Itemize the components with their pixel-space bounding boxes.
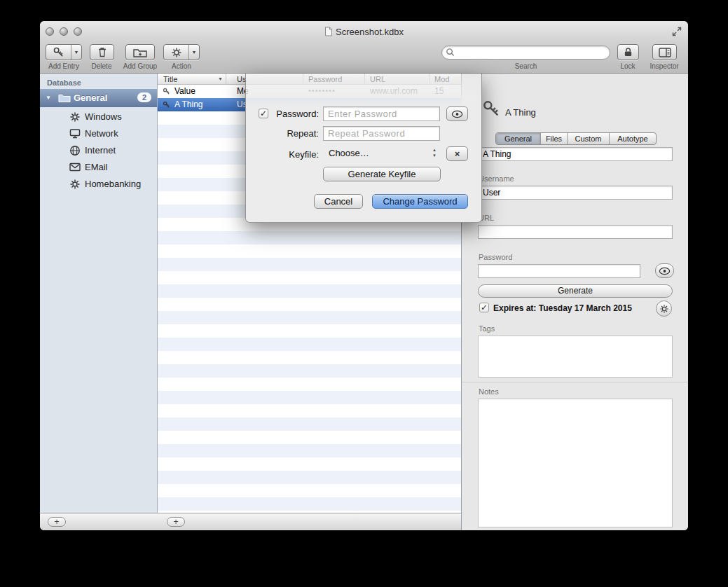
expires-checkbox[interactable]: ✓ <box>479 303 489 312</box>
keyfile-popup-value: Choose… <box>329 148 369 158</box>
sidebar-item-label: Windows <box>85 111 122 122</box>
sheet-reveal-password-button[interactable] <box>446 106 468 121</box>
lock-label: Lock <box>607 62 649 70</box>
key-icon <box>46 45 71 60</box>
sidebar: Database ▼ General 2 Windows Network Int… <box>40 74 158 513</box>
sheet-repeat-label: Repeat: <box>253 127 319 141</box>
sidebar-item-label: EMail <box>85 162 108 172</box>
cell-title: A Thing <box>174 99 202 109</box>
gear-icon <box>69 111 81 125</box>
add-group-button[interactable] <box>125 44 155 60</box>
reveal-password-button[interactable] <box>655 263 674 278</box>
gear-icon <box>69 179 81 193</box>
tab-general[interactable]: General <box>496 133 541 144</box>
envelope-icon <box>69 162 81 174</box>
notes-label: Notes <box>479 387 499 396</box>
document-icon <box>324 27 333 36</box>
section-divider <box>462 382 688 382</box>
folder-icon <box>58 92 71 106</box>
column-header-title[interactable]: Title <box>163 75 177 83</box>
sheet-repeat-input[interactable] <box>323 126 440 141</box>
url-field[interactable] <box>478 225 673 239</box>
cancel-button[interactable]: Cancel <box>314 194 363 209</box>
inspector-label: Inspector <box>643 62 685 70</box>
search-input[interactable] <box>441 46 610 60</box>
stepper-icon: ▲▼ <box>430 147 439 158</box>
search-label: Search <box>441 62 610 70</box>
display-icon <box>69 128 81 141</box>
sidebar-group-general[interactable]: ▼ General 2 <box>40 89 157 107</box>
tab-autotype[interactable]: Autotype <box>610 133 656 144</box>
tab-custom[interactable]: Custom <box>568 133 610 144</box>
add-entry-label: Add Entry <box>41 62 86 70</box>
sidebar-item-label: Network <box>85 128 118 139</box>
sidebar-group-label: General <box>74 92 107 103</box>
app-window: Screenshot.kdbx ▼ Add Entry Delete Add G… <box>40 21 688 530</box>
change-password-button[interactable]: Change Password <box>372 194 468 209</box>
disclosure-triangle-icon[interactable]: ▼ <box>46 95 51 101</box>
search-icon <box>446 48 455 57</box>
tags-field[interactable] <box>478 336 673 378</box>
sidebar-add-group-button[interactable]: + <box>48 517 66 527</box>
inspector-button[interactable] <box>652 44 677 60</box>
sheet-password-label: Password: <box>253 107 319 121</box>
inspector-entry-title: A Thing <box>505 107 536 118</box>
key-icon <box>163 101 170 111</box>
sidebar-section-header: Database <box>47 78 81 87</box>
keyfile-popup[interactable]: Choose… ▲▼ <box>323 146 441 161</box>
sidebar-item-label: Homebanking <box>85 179 141 189</box>
search-field-wrap <box>441 46 610 60</box>
entry-list-add-button[interactable]: + <box>167 517 185 527</box>
password-label: Password <box>479 253 512 261</box>
window-title: Screenshot.kdbx <box>40 27 688 37</box>
window-chrome: Screenshot.kdbx ▼ Add Entry Delete Add G… <box>40 21 688 74</box>
trash-icon <box>97 46 108 58</box>
globe-icon <box>69 145 81 159</box>
inspector-icon <box>659 48 671 57</box>
sidebar-item-network[interactable]: Network <box>40 125 157 142</box>
add-entry-button[interactable]: ▼ <box>46 44 82 60</box>
sidebar-item-homebanking[interactable]: Homebanking <box>40 176 157 193</box>
change-password-sheet: ✓ Password: Repeat: Keyfile: Choose… ▲▼ … <box>245 74 482 223</box>
delete-label: Delete <box>81 62 123 70</box>
tab-files[interactable]: Files <box>541 133 568 144</box>
bottom-bar: + + <box>40 513 461 530</box>
title-field[interactable] <box>478 147 673 161</box>
add-group-label: Add Group <box>119 62 161 70</box>
chevron-down-icon[interactable]: ▼ <box>189 45 199 60</box>
clear-keyfile-button[interactable]: × <box>446 146 468 161</box>
chevron-down-icon[interactable]: ▼ <box>71 45 81 60</box>
sidebar-item-windows[interactable]: Windows <box>40 109 157 125</box>
action-button[interactable]: ▼ <box>163 44 200 60</box>
sheet-keyfile-label: Keyfile: <box>253 148 319 162</box>
sheet-password-input[interactable] <box>323 106 440 121</box>
password-field[interactable] <box>478 264 640 278</box>
eye-icon <box>659 267 671 275</box>
username-label: Username <box>479 174 514 183</box>
content-area: Database ▼ General 2 Windows Network Int… <box>40 74 688 530</box>
sidebar-item-internet[interactable]: Internet <box>40 142 157 159</box>
key-icon <box>163 88 170 97</box>
sort-desc-icon: ▼ <box>218 76 223 81</box>
sidebar-item-email[interactable]: EMail <box>40 159 157 176</box>
entry-count-badge: 2 <box>137 92 151 102</box>
notes-field[interactable] <box>478 399 673 527</box>
gear-icon <box>164 45 189 60</box>
eye-icon <box>451 110 463 118</box>
delete-button[interactable] <box>90 44 114 60</box>
lock-button[interactable] <box>617 44 639 60</box>
generate-password-button[interactable]: Generate <box>478 284 673 298</box>
generate-keyfile-button[interactable]: Generate Keyfile <box>323 167 441 181</box>
lock-icon <box>624 47 633 57</box>
add-group-icon <box>133 47 147 58</box>
username-field[interactable] <box>478 186 673 200</box>
expires-label: Expires at: Tuesday 17 March 2015 <box>493 303 632 313</box>
tags-label: Tags <box>479 324 495 333</box>
cell-title: Value <box>174 86 195 96</box>
inspector-panel: A Thing General Files Custom Autotype Us… <box>461 74 688 530</box>
fullscreen-icon[interactable] <box>672 27 682 36</box>
expiry-options-button[interactable] <box>656 301 672 317</box>
action-label: Action <box>160 62 202 70</box>
sidebar-item-label: Internet <box>85 145 116 156</box>
inspector-tabs: General Files Custom Autotype <box>495 132 657 145</box>
